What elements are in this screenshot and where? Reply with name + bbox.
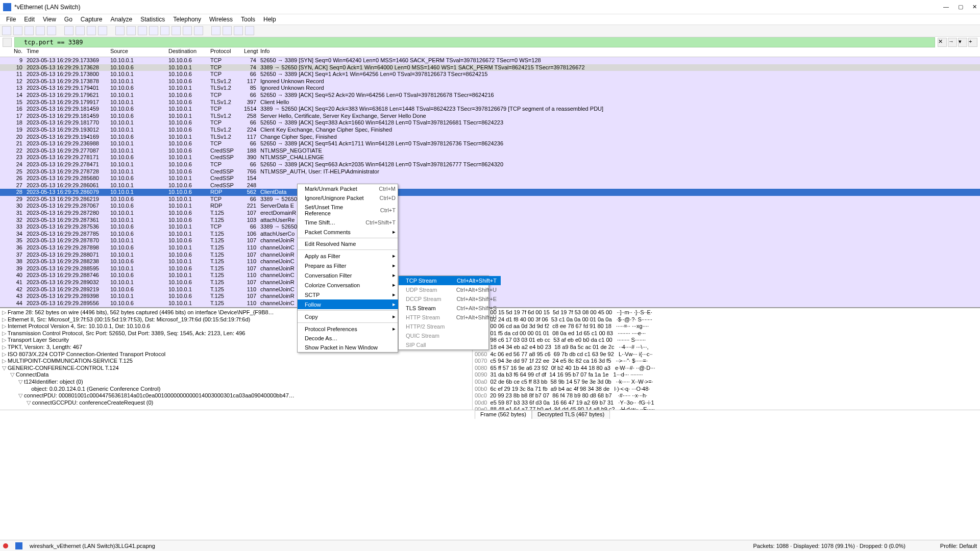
menu-item[interactable]: Protocol Preferences▸ xyxy=(298,324,400,334)
packet-row[interactable]: 392023-05-13 16:29:29.28859510.10.0.110.… xyxy=(0,265,980,272)
tree-node[interactable]: ISO 8073/X.224 COTP Connection-Oriented … xyxy=(2,351,470,358)
packet-row[interactable]: 222023-05-13 16:29:29.27708710.10.0.110.… xyxy=(0,147,980,155)
column-header-no[interactable]: No. xyxy=(0,48,24,57)
maximize-button[interactable]: ▢ xyxy=(958,4,963,10)
menu-item[interactable]: Time Shift…Ctrl+Shift+T xyxy=(298,218,400,227)
menu-item[interactable]: Set/Unset Time ReferenceCtrl+T xyxy=(298,203,400,218)
menu-item[interactable]: Ignore/Unignore PacketCtrl+D xyxy=(298,193,400,203)
toolbar-button[interactable] xyxy=(98,26,107,35)
toolbar-button[interactable] xyxy=(160,26,169,35)
toolbar-button[interactable] xyxy=(245,26,254,35)
menu-item[interactable]: Prepare as Filter▸ xyxy=(298,261,400,270)
packet-row[interactable]: 92023-05-13 16:29:29.17336910.10.0.110.1… xyxy=(0,57,980,64)
menu-help[interactable]: Help xyxy=(259,15,280,24)
hex-row[interactable]: 0090 31 da b3 f6 64 99 cf df 14 16 95 b7… xyxy=(475,371,978,379)
hex-row[interactable]: 00b0 6c ef 29 19 3c 8a 71 fb a9 b4 ac 4f… xyxy=(475,386,978,393)
packet-row[interactable]: 232023-05-13 16:29:29.27817110.10.0.610.… xyxy=(0,154,980,161)
packet-row[interactable]: 282023-05-13 16:29:29.28607910.10.0.110.… xyxy=(0,189,980,196)
packet-row[interactable]: 322023-05-13 16:29:29.28736110.10.0.110.… xyxy=(0,217,980,224)
packet-bytes-hex[interactable]: 0000 00 15 5d 19 7f 6d 00 15 5d 19 7f 53… xyxy=(473,308,980,410)
toolbar-button[interactable] xyxy=(24,26,34,35)
toolbar-button[interactable] xyxy=(13,26,22,35)
packet-row[interactable]: 142023-05-13 16:29:29.17962110.10.0.110.… xyxy=(0,92,980,99)
menu-go[interactable]: Go xyxy=(60,15,77,24)
packet-row[interactable]: 262023-05-13 16:29:29.28568010.10.0.610.… xyxy=(0,175,980,182)
menu-item[interactable]: TCP StreamCtrl+Alt+Shift+T xyxy=(399,276,501,285)
menu-item[interactable]: Follow▸ xyxy=(298,299,400,309)
hex-row[interactable]: 0000 00 15 5d 19 7f 6d 00 15 5d 19 7f 53… xyxy=(475,309,978,316)
menu-item[interactable]: Apply as Filter▸ xyxy=(298,251,400,261)
menu-item[interactable]: TLS StreamCtrl+Alt+Shift+S xyxy=(399,304,501,313)
packet-row[interactable]: 192023-05-13 16:29:29.19301210.10.0.110.… xyxy=(0,127,980,134)
menu-item[interactable]: Colorize Conversation▸ xyxy=(298,280,400,290)
packet-row[interactable]: 132023-05-13 16:29:29.17940110.10.0.610.… xyxy=(0,85,980,92)
clear-filter-icon[interactable]: ✕ xyxy=(938,38,947,47)
toolbar-button[interactable] xyxy=(211,26,220,35)
menu-item[interactable]: Edit Resolved Name xyxy=(298,239,400,248)
toolbar-button[interactable] xyxy=(127,26,136,35)
packet-row[interactable]: 122023-05-13 16:29:29.17387810.10.0.110.… xyxy=(0,78,980,85)
packet-context-menu[interactable]: Mark/Unmark PacketCtrl+MIgnore/Unignore … xyxy=(297,184,398,353)
menu-file[interactable]: File xyxy=(2,15,20,24)
display-filter-input[interactable] xyxy=(14,37,935,47)
tree-node[interactable]: MULTIPOINT-COMMUNICATION-SERVICE T.125 xyxy=(2,358,470,365)
menu-capture[interactable]: Capture xyxy=(77,15,107,24)
menu-statistics[interactable]: Statistics xyxy=(136,15,169,24)
menu-item[interactable]: Conversation Filter▸ xyxy=(298,270,400,280)
column-header-len[interactable]: Length xyxy=(242,48,258,57)
packet-row[interactable]: 352023-05-13 16:29:29.28787010.10.0.110.… xyxy=(0,237,980,244)
tree-node[interactable]: GENERIC-CONFERENCE-CONTROL T.124 xyxy=(2,365,470,372)
packet-row[interactable]: 292023-05-13 16:29:29.28621910.10.0.610.… xyxy=(0,196,980,203)
packet-row[interactable]: 332023-05-13 16:29:29.28753610.10.0.610.… xyxy=(0,223,980,231)
hex-row[interactable]: 0030 01 f5 da cd 00 00 01 01 08 0a ed 1d… xyxy=(475,330,978,337)
column-header-time[interactable]: Time xyxy=(24,48,108,57)
tab-frame-bytes[interactable]: Frame (562 bytes) xyxy=(475,410,532,419)
column-header-src[interactable]: Source xyxy=(108,48,166,57)
toolbar-button[interactable] xyxy=(194,26,203,35)
hex-row[interactable]: 0050 18 e4 34 eb a2 e4 b0 23 18 a9 8a 5c… xyxy=(475,344,978,351)
bookmark-filter-icon[interactable] xyxy=(3,38,12,47)
hex-row[interactable]: 0020 00 06 cd aa 0d 3d 9d f2 c8 ee 78 67… xyxy=(475,323,978,330)
hex-row[interactable]: 00d0 e5 59 87 b3 33 6f d3 0a 16 66 47 19… xyxy=(475,399,978,407)
packet-row[interactable]: 212023-05-13 16:29:29.23698810.10.0.110.… xyxy=(0,140,980,147)
filter-dropdown-icon[interactable]: ▾ xyxy=(958,38,967,47)
toolbar-button[interactable] xyxy=(64,26,74,35)
packet-row[interactable]: 182023-05-13 16:29:29.18177010.10.0.110.… xyxy=(0,119,980,127)
packet-row[interactable]: 152023-05-13 16:29:29.17991710.10.0.110.… xyxy=(0,99,980,106)
tab-decrypted-tls[interactable]: Decrypted TLS (467 bytes) xyxy=(532,410,610,419)
apply-filter-icon[interactable]: → xyxy=(948,38,957,47)
menu-view[interactable]: View xyxy=(39,15,60,24)
packet-row[interactable]: 172023-05-13 16:29:29.18145910.10.0.610.… xyxy=(0,113,980,120)
toolbar-button[interactable] xyxy=(2,26,11,35)
profile-label[interactable]: Profile: Default xyxy=(940,543,977,549)
column-header-info[interactable]: Info xyxy=(258,48,980,57)
toolbar-button[interactable] xyxy=(234,26,243,35)
menu-tools[interactable]: Tools xyxy=(237,15,259,24)
menu-item[interactable]: Copy▸ xyxy=(298,312,400,321)
menu-item[interactable]: Decode As… xyxy=(298,334,400,343)
toolbar-button[interactable] xyxy=(149,26,158,35)
packet-row[interactable]: 102023-05-13 16:29:29.17362810.10.0.610.… xyxy=(0,64,980,71)
packet-row[interactable]: 302023-05-13 16:29:29.28706710.10.0.610.… xyxy=(0,203,980,210)
close-button[interactable]: ✕ xyxy=(972,4,977,10)
column-header-proto[interactable]: Protocol xyxy=(208,48,242,57)
packet-row[interactable]: 372023-05-13 16:29:29.28807110.10.0.110.… xyxy=(0,252,980,259)
packet-row[interactable]: 272023-05-13 16:29:29.28606110.10.0.110.… xyxy=(0,182,980,189)
hex-row[interactable]: 00c0 20 99 23 8b b8 8f b7 07 86 f4 78 b9… xyxy=(475,392,978,399)
column-header-dst[interactable]: Destination xyxy=(166,48,208,57)
follow-submenu[interactable]: TCP StreamCtrl+Alt+Shift+TUDP StreamCtrl… xyxy=(398,276,489,350)
hex-row[interactable]: 0040 98 c6 17 03 03 01 eb cc 53 af eb e0… xyxy=(475,337,978,344)
toolbar-button[interactable] xyxy=(183,26,192,35)
hex-row[interactable]: 0070 c5 94 3e dd 97 1f 22 ee 24 e5 8c 82… xyxy=(475,358,978,365)
packet-row[interactable]: 382023-05-13 16:29:29.28823810.10.0.610.… xyxy=(0,258,980,265)
menu-item[interactable]: SCTP▸ xyxy=(298,290,400,299)
menu-edit[interactable]: Edit xyxy=(20,15,39,24)
menu-analyze[interactable]: Analyze xyxy=(107,15,137,24)
tree-node[interactable]: connectPDU: 000801001c00044756361814a01c… xyxy=(18,392,470,399)
hex-row[interactable]: 00a0 02 de 6b ce c5 ff 83 bb 58 9b 14 57… xyxy=(475,379,978,386)
hex-row[interactable]: 0060 4c 06 ed 56 77 a8 95 c6 69 7b db cd… xyxy=(475,351,978,358)
tree-node[interactable]: connectGCCPDU: conferenceCreateRequest (… xyxy=(27,399,470,407)
packet-row[interactable]: 242023-05-13 16:29:29.27847110.10.0.110.… xyxy=(0,161,980,168)
toolbar-button[interactable] xyxy=(138,26,147,35)
menu-item[interactable]: Packet Comments▸ xyxy=(298,227,400,237)
